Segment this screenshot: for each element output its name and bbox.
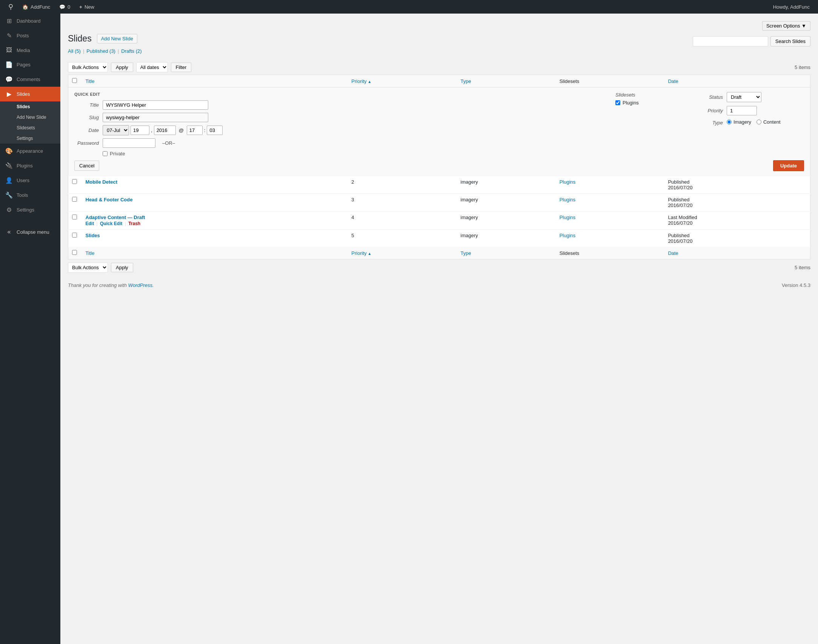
select-all-checkbox[interactable]: [72, 78, 77, 83]
submenu-slides-all[interactable]: Slides: [0, 101, 60, 112]
plugins-icon: 🔌: [5, 162, 13, 169]
row-title-link[interactable]: Slides: [86, 233, 100, 238]
sidebar-item-slides[interactable]: ▶ Slides: [0, 87, 60, 101]
search-slides-button[interactable]: Search Slides: [770, 36, 810, 46]
row-select-checkbox[interactable]: [72, 179, 77, 184]
qe-cancel-button[interactable]: Cancel: [74, 161, 99, 171]
sidebar-item-label: Pages: [17, 62, 31, 67]
title-sort-link[interactable]: Title: [86, 78, 95, 84]
sidebar-item-settings[interactable]: ⚙ Settings: [0, 202, 60, 217]
qe-password-input[interactable]: [103, 138, 155, 148]
row-title-link[interactable]: Mobile Detect: [86, 179, 118, 185]
select-all-footer-checkbox[interactable]: [72, 250, 77, 255]
apply-button-bottom[interactable]: Apply: [111, 263, 133, 272]
row-slidesets-cell: Plugins: [556, 230, 664, 247]
qe-slug-input[interactable]: [103, 113, 208, 122]
qe-date-day-input[interactable]: [131, 126, 149, 135]
search-slides-input[interactable]: [693, 36, 768, 46]
row-checkbox-cell: [68, 230, 82, 247]
qe-date-month-select[interactable]: 07-Jul: [103, 125, 129, 135]
filter-sep-1: |: [83, 48, 84, 54]
new-label: New: [85, 4, 94, 10]
sidebar-item-comments[interactable]: 💬 Comments: [0, 72, 60, 87]
bulk-actions-select-top[interactable]: Bulk Actions: [68, 62, 108, 72]
search-box: Search Slides: [693, 36, 810, 46]
admin-bar: ⚲ 🏠 AddFunc 💬 0 + New Howdy, AddFunc: [0, 0, 818, 14]
add-new-slide-button[interactable]: Add New Slide: [97, 34, 137, 43]
sidebar-item-media[interactable]: 🖼 Media: [0, 43, 60, 57]
tablenav-top: Bulk Actions Apply All dates Filter 5 it…: [68, 62, 810, 72]
date-footer-sort-link[interactable]: Date: [668, 250, 678, 256]
row-slidesets-link[interactable]: Plugins: [560, 197, 576, 202]
sidebar-item-users[interactable]: 👤 Users: [0, 173, 60, 188]
row-select-checkbox[interactable]: [72, 215, 77, 219]
row-select-checkbox[interactable]: [72, 233, 77, 238]
qe-slideset-plugins-checkbox[interactable]: [615, 100, 620, 105]
sidebar-item-tools[interactable]: 🔧 Tools: [0, 188, 60, 202]
type-footer-sort-link[interactable]: Type: [461, 250, 471, 256]
qe-private-checkbox[interactable]: [103, 151, 108, 156]
row-slidesets-link[interactable]: Plugins: [560, 233, 576, 238]
filter-drafts-link[interactable]: Drafts (2): [121, 48, 141, 54]
priority-sort-link[interactable]: Priority: [351, 78, 371, 84]
filter-all-link[interactable]: All (5): [68, 48, 81, 54]
qe-type-imagery-label: Imagery: [733, 119, 751, 125]
qe-status-select[interactable]: Draft Published: [727, 92, 761, 102]
dashboard-icon: ⊞: [5, 17, 13, 25]
date-filter-select[interactable]: All dates: [136, 62, 168, 72]
row-title-link[interactable]: Adaptive Content — Draft: [86, 215, 145, 220]
qe-date-min-input[interactable]: [207, 126, 223, 135]
qe-type-label: Type: [698, 120, 723, 126]
sidebar-item-pages[interactable]: 📄 Pages: [0, 57, 60, 72]
site-name-item[interactable]: 🏠 AddFunc: [18, 0, 55, 14]
qe-priority-input[interactable]: [727, 106, 757, 115]
qe-type-content-radio[interactable]: [756, 120, 761, 124]
qe-date-hour-input[interactable]: [187, 126, 203, 135]
qe-update-button[interactable]: Update: [773, 160, 804, 171]
table-header-row: Title Priority Type Slidesets Date: [68, 75, 810, 87]
settings-icon: ⚙: [5, 206, 13, 213]
howdy-text: Howdy, AddFunc: [773, 4, 814, 10]
sidebar-item-posts[interactable]: ✎ Posts: [0, 28, 60, 43]
qe-date-label: Date: [74, 127, 99, 133]
submenu-add-new-slide[interactable]: Add New Slide: [0, 112, 60, 123]
sidebar-item-appearance[interactable]: 🎨 Appearance: [0, 144, 60, 158]
row-title-link[interactable]: Head & Footer Code: [86, 197, 133, 202]
row-action-edit[interactable]: Edit: [86, 221, 94, 226]
sidebar-item-plugins[interactable]: 🔌 Plugins: [0, 158, 60, 173]
screen-options-button[interactable]: Screen Options ▼: [762, 21, 810, 31]
row-action-quick-edit[interactable]: Quick Edit: [100, 221, 122, 226]
row-select-checkbox[interactable]: [72, 197, 77, 202]
footer-wp-link[interactable]: WordPress.: [128, 282, 154, 288]
title-footer-sort-link[interactable]: Title: [86, 250, 95, 256]
qe-type-imagery-radio[interactable]: [727, 120, 732, 124]
filter-published-link[interactable]: Published (3): [86, 48, 115, 54]
qe-type-imagery: Imagery: [727, 119, 751, 125]
qe-date-year-input[interactable]: [154, 126, 176, 135]
posts-icon: ✎: [5, 32, 13, 39]
date-sort-link[interactable]: Date: [668, 78, 678, 84]
priority-footer-sort-link[interactable]: Priority: [351, 250, 371, 256]
quick-edit-heading: QUICK EDIT: [74, 92, 608, 97]
select-all-footer: [68, 247, 82, 259]
submenu-slidesets[interactable]: Slidesets: [0, 123, 60, 133]
comments-item[interactable]: 💬 0: [55, 0, 75, 14]
sidebar-item-dashboard[interactable]: ⊞ Dashboard: [0, 14, 60, 28]
row-action-trash[interactable]: Trash: [128, 221, 140, 226]
filter-button[interactable]: Filter: [171, 63, 192, 72]
qe-title-input[interactable]: [103, 100, 208, 110]
sidebar-item-label: Tools: [17, 192, 28, 198]
sidebar-collapse-menu[interactable]: « Collapse menu: [0, 225, 60, 239]
type-sort-link[interactable]: Type: [461, 78, 471, 84]
row-slidesets-link[interactable]: Plugins: [560, 179, 576, 185]
row-slidesets-link[interactable]: Plugins: [560, 215, 576, 220]
new-item[interactable]: + New: [75, 0, 99, 14]
wp-logo-item[interactable]: ⚲: [4, 0, 18, 14]
submenu-settings[interactable]: Settings: [0, 133, 60, 144]
sidebar-item-label: Comments: [17, 77, 40, 82]
qe-private-label: Private: [110, 151, 125, 156]
qe-status-row: Status Draft Published: [698, 92, 804, 102]
bulk-actions-select-bottom[interactable]: Bulk Actions: [68, 262, 108, 273]
apply-button-top[interactable]: Apply: [111, 63, 133, 72]
home-icon: 🏠: [22, 4, 28, 10]
